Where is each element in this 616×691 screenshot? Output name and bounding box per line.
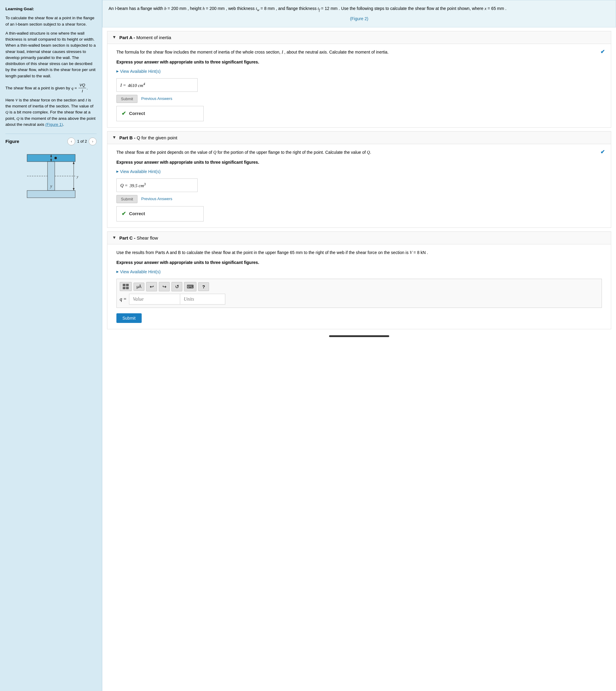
part-a-section: ▼ Part A - Moment of inertia ✔ The formu… bbox=[107, 31, 611, 128]
figure-area: Figure ‹ 1 of 2 › bbox=[5, 133, 96, 204]
grid-icon bbox=[123, 284, 129, 290]
mu-angstrom-btn[interactable]: μÅ bbox=[134, 282, 145, 291]
part-a-submit-row: Submit Previous Answers bbox=[116, 95, 602, 103]
part-c-submit-btn[interactable]: Submit bbox=[116, 313, 142, 323]
figure-header: Figure ‹ 1 of 2 › bbox=[5, 138, 96, 145]
part-a-correct-label: Correct bbox=[129, 110, 145, 117]
part-b-top-check: ✔ bbox=[600, 148, 605, 156]
part-b-hint-link[interactable]: View Available Hint(s) bbox=[116, 168, 602, 175]
keyboard-icon: ⌨ bbox=[187, 284, 194, 290]
part-a-prev-answers[interactable]: Previous Answers bbox=[141, 96, 172, 102]
part-a-express: Express your answer with appropriate uni… bbox=[116, 59, 602, 65]
svg-rect-16 bbox=[123, 287, 126, 289]
part-b-body: ✔ The shear flow at the point depends on… bbox=[107, 144, 611, 228]
part-c-arrow: ▼ bbox=[112, 235, 116, 240]
part-b-express: Express your answer with appropriate uni… bbox=[116, 159, 602, 166]
figure2-link[interactable]: (Figure 2) bbox=[109, 15, 610, 22]
refresh-icon: ↺ bbox=[175, 284, 179, 290]
left-panel: Learning Goal: To calculate the shear fl… bbox=[0, 0, 102, 691]
part-c-title: Part C - Shear flow bbox=[119, 235, 158, 240]
thin-walled-text: A thin-walled structure is one where the… bbox=[5, 30, 96, 79]
part-a-answer-prefix: I = bbox=[120, 82, 126, 89]
right-panel: An I-beam has a flange width b = 200 mm … bbox=[102, 0, 616, 691]
part-c-input-row: q = bbox=[120, 294, 598, 305]
part-b-correct-label: Correct bbox=[129, 210, 145, 217]
figure-pagination: 1 of 2 bbox=[77, 139, 87, 144]
part-b-submit-btn[interactable]: Submit bbox=[116, 195, 137, 203]
part-a-submit-btn[interactable]: Submit bbox=[116, 95, 137, 103]
problem-statement: An I-beam has a flange width b = 200 mm … bbox=[102, 0, 616, 27]
part-b-section: ▼ Part B - Q for the given point ✔ The s… bbox=[107, 131, 611, 228]
ibeam-svg: y y bbox=[21, 151, 81, 201]
part-c-header[interactable]: ▼ Part C - Shear flow bbox=[107, 232, 611, 244]
part-b-submit-row: Submit Previous Answers bbox=[116, 195, 602, 203]
vqi-text: Here V is the shear force on the section… bbox=[5, 97, 96, 128]
part-b-prev-answers[interactable]: Previous Answers bbox=[141, 196, 172, 202]
redo-btn[interactable]: ↪ bbox=[159, 282, 170, 291]
part-a-answer-box: I = 4610 cm4 bbox=[116, 78, 198, 92]
formula-q: q bbox=[71, 85, 73, 91]
part-a-arrow: ▼ bbox=[112, 35, 116, 40]
part-b-text: The shear flow at the point depends on t… bbox=[116, 149, 602, 156]
part-b-answer-prefix: Q = bbox=[120, 182, 128, 189]
help-icon: ? bbox=[202, 284, 205, 289]
svg-text:y: y bbox=[76, 174, 79, 179]
learning-goal-title: Learning Goal: bbox=[5, 6, 96, 12]
part-c-text: Use the results from Parts A and B to ca… bbox=[116, 249, 602, 256]
svg-point-3 bbox=[54, 157, 57, 159]
part-c-toolbar-row: μÅ ↩ ↪ ↺ ⌨ bbox=[120, 282, 598, 291]
formula-period: . bbox=[87, 85, 88, 91]
undo-btn[interactable]: ↩ bbox=[146, 282, 157, 291]
part-b-correct-box: ✔ Correct bbox=[116, 206, 204, 222]
undo-icon: ↩ bbox=[150, 284, 154, 290]
svg-marker-9 bbox=[73, 188, 74, 190]
part-c-hint-link[interactable]: View Available Hint(s) bbox=[116, 269, 602, 275]
part-c-body: Use the results from Parts A and B to ca… bbox=[107, 244, 611, 329]
svg-marker-8 bbox=[73, 162, 74, 164]
svg-text:y: y bbox=[49, 184, 52, 188]
formula-numerator: VQ bbox=[79, 82, 86, 88]
part-a-hint-link[interactable]: View Available Hint(s) bbox=[116, 68, 602, 75]
figure-prev-btn[interactable]: ‹ bbox=[67, 138, 75, 145]
part-c-section: ▼ Part C - Shear flow Use the results fr… bbox=[107, 231, 611, 329]
svg-rect-17 bbox=[126, 287, 129, 289]
part-b-arrow: ▼ bbox=[112, 135, 116, 140]
problem-text: An I-beam has a flange width b = 200 mm … bbox=[109, 5, 610, 13]
svg-rect-2 bbox=[27, 190, 75, 198]
part-a-top-check: ✔ bbox=[600, 47, 605, 56]
learning-goal-text: To calculate the shear flow at a point i… bbox=[5, 15, 96, 27]
figure-title: Figure bbox=[5, 138, 19, 145]
figure-next-btn[interactable]: › bbox=[89, 138, 96, 145]
part-c-toolbar-box: μÅ ↩ ↪ ↺ ⌨ bbox=[116, 279, 602, 308]
figure-image: y y bbox=[5, 148, 96, 204]
part-b-answer-box: Q = 39.5 cm3 bbox=[116, 179, 198, 192]
keyboard-btn[interactable]: ⌨ bbox=[184, 282, 196, 291]
part-b-answer-value: 39.5 cm3 bbox=[130, 181, 146, 189]
part-c-units-input[interactable] bbox=[180, 294, 225, 305]
part-b-title: Part B - Q for the given point bbox=[119, 135, 177, 140]
svg-rect-14 bbox=[123, 284, 126, 286]
formula-line: The shear flow at a point is given by q … bbox=[5, 82, 96, 94]
part-a-answer-value: 4610 cm4 bbox=[128, 81, 145, 89]
refresh-btn[interactable]: ↺ bbox=[172, 282, 182, 291]
part-a-header[interactable]: ▼ Part A - Moment of inertia bbox=[107, 31, 611, 44]
bottom-bar bbox=[329, 335, 389, 337]
help-btn[interactable]: ? bbox=[198, 282, 209, 291]
part-a-title: Part A - Moment of inertia bbox=[119, 35, 171, 40]
formula-equals: = bbox=[74, 85, 77, 91]
formula-fraction: VQ I bbox=[79, 82, 86, 94]
part-c-value-input[interactable] bbox=[129, 294, 180, 305]
part-a-body: ✔ The formula for the shear flow include… bbox=[107, 44, 611, 127]
part-b-correct-icon: ✔ bbox=[122, 209, 126, 218]
part-a-correct-box: ✔ Correct bbox=[116, 106, 204, 121]
grid-icon-btn[interactable] bbox=[120, 282, 132, 291]
svg-rect-15 bbox=[126, 284, 129, 286]
figure-nav: ‹ 1 of 2 › bbox=[67, 138, 96, 145]
mu-angstrom-icon: μÅ bbox=[136, 285, 141, 289]
part-c-express: Express your answer with appropriate uni… bbox=[116, 259, 602, 266]
figure1-link[interactable]: (Figure 1) bbox=[45, 122, 63, 127]
part-a-correct-icon: ✔ bbox=[122, 109, 126, 118]
part-b-header[interactable]: ▼ Part B - Q for the given point bbox=[107, 131, 611, 144]
formula-prefix: The shear flow at a point is given by bbox=[5, 85, 70, 91]
part-c-q-label: q = bbox=[120, 295, 127, 303]
